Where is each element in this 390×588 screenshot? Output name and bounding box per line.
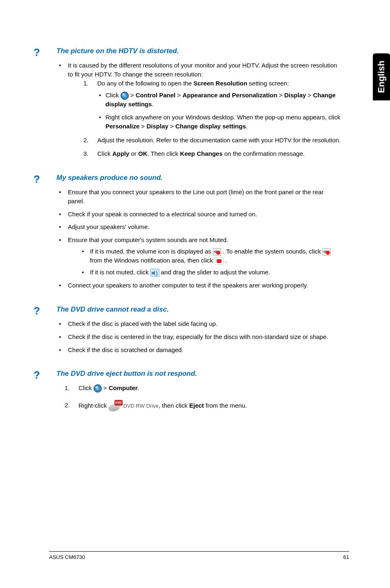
text: and drag the slider to adjust the volume… (159, 269, 270, 276)
text: > (306, 92, 313, 99)
footer-page-number: 61 (343, 554, 349, 560)
question-mark-icon: ? (34, 305, 40, 317)
sub-if-muted: If it is muted, the volume icon is displ… (90, 247, 341, 265)
bold-text: Keep Changes (180, 150, 222, 157)
volume-muted-icon (323, 248, 331, 256)
bold-text: Display (284, 92, 306, 99)
text: . (138, 384, 139, 391)
step-click-computer: Click > Computer. (78, 384, 341, 393)
text: setting screen: (247, 80, 289, 87)
bold-text: Screen Resolution (193, 80, 247, 87)
text: . (224, 257, 227, 264)
bold-text: Eject (189, 402, 204, 409)
text: Do any of the following to open the (97, 80, 193, 87)
intro-text: It is caused by the different resolution… (68, 62, 337, 78)
faq-hdtv-distorted: ? The picture on the HDTV is distorted. … (49, 47, 341, 158)
faq-heading: The DVD drive cannot read a disc. (56, 305, 341, 314)
bullet-test-another-computer: Connect your speakers to another compute… (68, 281, 341, 290)
text: . To enable the system sounds, click (221, 248, 323, 255)
text: > (139, 123, 146, 130)
dvd-drive-icon (108, 401, 121, 411)
language-tab: English (373, 53, 390, 100)
faq-dvd-eject-not-respond: ? The DVD drive eject button is not resp… (49, 370, 341, 411)
bold-text: OK (138, 150, 148, 157)
text: > (102, 384, 109, 391)
volume-icon (150, 269, 159, 277)
bullet-line-out: Ensure that you connect your speakers to… (68, 188, 341, 206)
sub-if-not-muted: If it is not muted, click and drag the s… (90, 268, 341, 277)
volume-muted-icon (213, 248, 221, 256)
option-control-panel: Click > Control Panel > Appearance and P… (105, 91, 341, 109)
text: on the confirmation message. (223, 150, 305, 157)
volume-enable-icon (215, 257, 224, 265)
dvd-drive-label: DVD RW Drive (123, 403, 159, 409)
page-content: ? The picture on the HDTV is distorted. … (0, 0, 390, 411)
bold-text: Change display settings (175, 123, 246, 130)
text: , then click (159, 402, 189, 409)
bullet-centered: Check if the disc is centered in the tra… (68, 332, 341, 341)
text: > (277, 92, 284, 99)
text: Click (78, 384, 94, 391)
footer-product: ASUS CM6730 (49, 554, 85, 560)
question-mark-icon: ? (34, 369, 40, 382)
start-button-icon (94, 384, 102, 393)
bullet-not-muted: Ensure that your computer's system sound… (68, 236, 341, 277)
text: from the menu. (204, 402, 247, 409)
page-footer: ASUS CM6730 61 (49, 551, 349, 560)
bullet-label-up: Check if the disc is placed with the lab… (68, 319, 341, 328)
step-open-screen-res: Do any of the following to open the Scre… (97, 79, 341, 131)
faq-intro: It is caused by the different resolution… (68, 61, 341, 158)
question-mark-icon: ? (34, 173, 40, 186)
bold-text: Personalize (105, 123, 139, 130)
faq-speakers-no-sound: ? My speakers produce no sound. Ensure t… (49, 174, 341, 290)
bullet-scratched: Check if the disc is scratched or damage… (68, 346, 341, 355)
step-right-click-eject: Right-click DVD RW Drive, then click Eje… (78, 401, 341, 411)
text: If it is not muted, click (90, 269, 150, 276)
step-adjust-resolution: Adjust the resolution. Refer to the docu… (97, 136, 341, 145)
step-apply-ok: Click Apply or OK. Then click Keep Chang… (97, 149, 341, 158)
text: > (168, 123, 175, 130)
text: Click (105, 92, 121, 99)
bold-text: Display (146, 123, 168, 130)
text: Right-click (78, 402, 108, 409)
bold-text: Appearance and Personalization (182, 92, 277, 99)
text: > (175, 92, 182, 99)
faq-heading: The picture on the HDTV is distorted. (56, 47, 341, 55)
text: from the Windows notification area, then… (90, 257, 215, 264)
text: If it is muted, the volume icon is displ… (90, 248, 213, 255)
text: . (246, 123, 248, 130)
start-button-icon (121, 92, 129, 100)
text: Ensure that your computer's system sound… (68, 236, 228, 243)
question-mark-icon: ? (34, 46, 40, 59)
text: . Then click (148, 150, 180, 157)
text: Right click anywhere on your Windows des… (105, 114, 340, 121)
faq-heading: The DVD drive eject button is not respon… (56, 370, 341, 378)
faq-dvd-cannot-read: ? The DVD drive cannot read a disc. Chec… (49, 305, 341, 354)
text: . (152, 101, 153, 108)
bold-text: Apply (112, 150, 130, 157)
bold-text: Control Panel (136, 92, 176, 99)
bullet-electrical-source: Check if your speak is connected to a el… (68, 210, 341, 219)
option-right-click-desktop: Right click anywhere on your Windows des… (105, 113, 341, 131)
faq-heading: My speakers produce no sound. (56, 174, 341, 182)
text: or (129, 150, 138, 157)
bold-text: Computer (109, 384, 138, 391)
bullet-adjust-volume: Adjust your speakers' volume. (68, 222, 341, 231)
text: Click (97, 150, 112, 157)
text: > (129, 92, 136, 99)
